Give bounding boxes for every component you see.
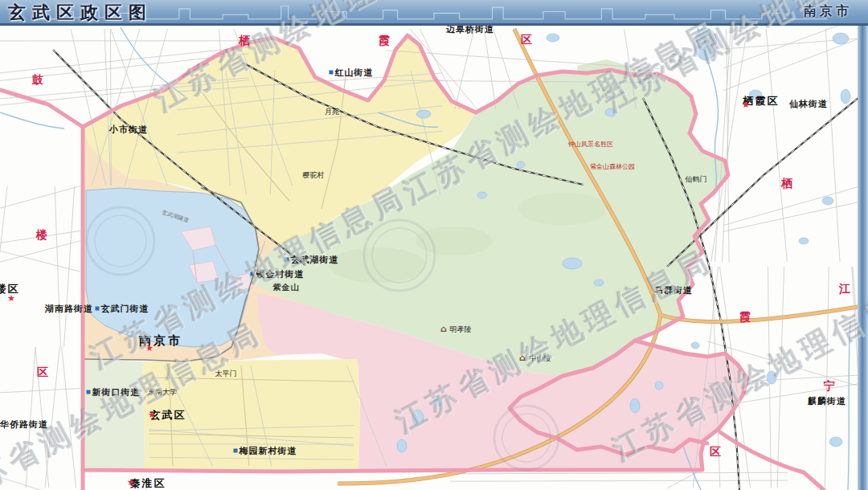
city-name-label: 南京市 [804, 3, 852, 20]
map-canvas[interactable] [0, 0, 868, 490]
page-edge-strip [858, 26, 868, 490]
map-header-bar: 玄武区政区图 南京市 [0, 0, 868, 26]
map-title: 玄武区政区图 [8, 1, 153, 25]
district-map-page: 小市街道迈皋桥街道红山街道玄武湖街道锁金村街道玄武门街道湖南路街道新街口街道华侨… [0, 0, 868, 490]
